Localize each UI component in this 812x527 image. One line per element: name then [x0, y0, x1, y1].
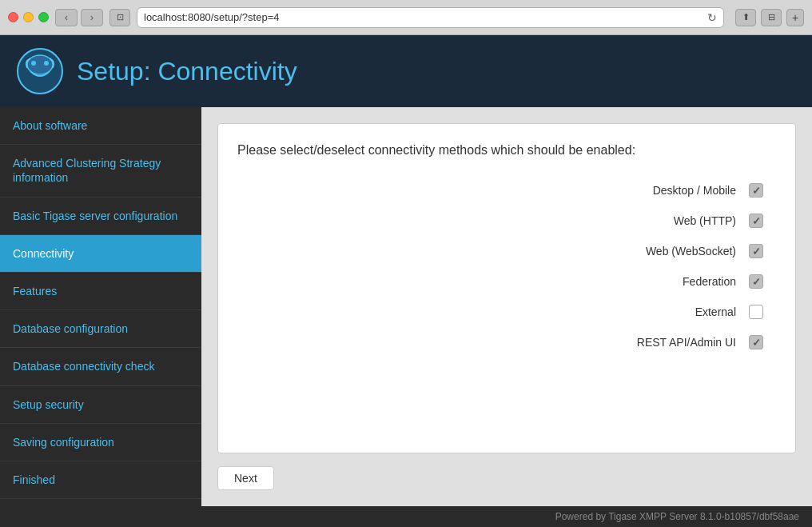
app-wrapper: Setup: Connectivity About softwareAdvanc…	[0, 35, 812, 527]
sidebar-toggle[interactable]: ⊟	[761, 9, 782, 26]
sidebar: About softwareAdvanced Clustering Strate…	[0, 107, 201, 506]
sidebar-item-advanced-clustering[interactable]: Advanced Clustering Strategy information	[0, 145, 201, 197]
back-button[interactable]: ‹	[55, 9, 78, 26]
url-text: localhost:8080/setup/?step=4	[144, 11, 280, 23]
share-button[interactable]: ⬆	[735, 9, 756, 26]
option-row-1: Web (HTTP)	[237, 207, 776, 234]
next-button-area: Next	[217, 466, 796, 490]
option-row-4: External	[237, 298, 776, 325]
option-checkbox-5[interactable]	[749, 335, 763, 349]
option-row-0: Desktop / Mobile	[237, 177, 776, 204]
footer: Powered by Tigase XMPP Server 8.1.0-b108…	[0, 506, 812, 527]
reload-button[interactable]: ↻	[707, 11, 717, 24]
option-label-3: Federation	[608, 275, 736, 288]
sidebar-item-about-software[interactable]: About software	[0, 107, 201, 145]
sidebar-item-database-connectivity[interactable]: Database connectivity check	[0, 348, 201, 385]
panel-title: Please select/deselect connectivity meth…	[237, 143, 776, 158]
option-label-1: Web (HTTP)	[608, 214, 736, 227]
app-header: Setup: Connectivity	[0, 35, 812, 107]
option-label-4: External	[608, 305, 736, 318]
minimize-button[interactable]	[23, 12, 34, 22]
forward-button[interactable]: ›	[81, 9, 103, 26]
option-checkbox-2[interactable]	[749, 244, 763, 258]
option-label-0: Desktop / Mobile	[608, 184, 736, 197]
option-label-2: Web (WebSocket)	[608, 245, 736, 258]
svg-point-3	[44, 61, 49, 66]
connectivity-options: Desktop / MobileWeb (HTTP)Web (WebSocket…	[237, 177, 776, 356]
browser-chrome: ‹ › ⊡ localhost:8080/setup/?step=4 ↻ ⬆ ⊟…	[0, 0, 812, 35]
page-title: Setup: Connectivity	[77, 57, 297, 86]
content-panel: Please select/deselect connectivity meth…	[217, 123, 796, 453]
sidebar-item-finished[interactable]: Finished	[0, 461, 201, 499]
option-checkbox-3[interactable]	[749, 274, 763, 289]
option-row-2: Web (WebSocket)	[237, 238, 776, 265]
svg-point-2	[31, 61, 36, 66]
app-logo	[16, 47, 64, 95]
option-label-5: REST API/Admin UI	[608, 336, 736, 349]
option-row-5: REST API/Admin UI	[237, 329, 776, 356]
traffic-lights	[8, 12, 49, 22]
option-checkbox-1[interactable]	[749, 214, 763, 228]
next-button[interactable]: Next	[217, 466, 274, 490]
sidebar-item-basic-tigase[interactable]: Basic Tigase server configuration	[0, 198, 201, 235]
sidebar-item-database-configuration[interactable]: Database configuration	[0, 310, 201, 348]
window-controls[interactable]: ⊡	[109, 9, 130, 26]
sidebar-item-setup-security[interactable]: Setup security	[0, 386, 201, 424]
main-layout: About softwareAdvanced Clustering Strate…	[0, 107, 812, 506]
nav-buttons: ‹ ›	[55, 9, 103, 26]
sidebar-item-saving-configuration[interactable]: Saving configuration	[0, 424, 201, 461]
footer-text: Powered by Tigase XMPP Server 8.1.0-b108…	[555, 511, 799, 522]
option-checkbox-4[interactable]	[749, 305, 763, 319]
maximize-button[interactable]	[38, 12, 49, 22]
close-button[interactable]	[8, 12, 18, 22]
toolbar-right: ⬆ ⊟ +	[735, 9, 804, 26]
add-tab-button[interactable]: +	[786, 9, 804, 26]
address-bar[interactable]: localhost:8080/setup/?step=4 ↻	[137, 7, 724, 28]
option-checkbox-0[interactable]	[749, 183, 763, 198]
sidebar-item-features[interactable]: Features	[0, 273, 201, 310]
sidebar-item-connectivity[interactable]: Connectivity	[0, 235, 201, 273]
option-row-3: Federation	[237, 268, 776, 295]
content-area: Please select/deselect connectivity meth…	[201, 107, 812, 506]
